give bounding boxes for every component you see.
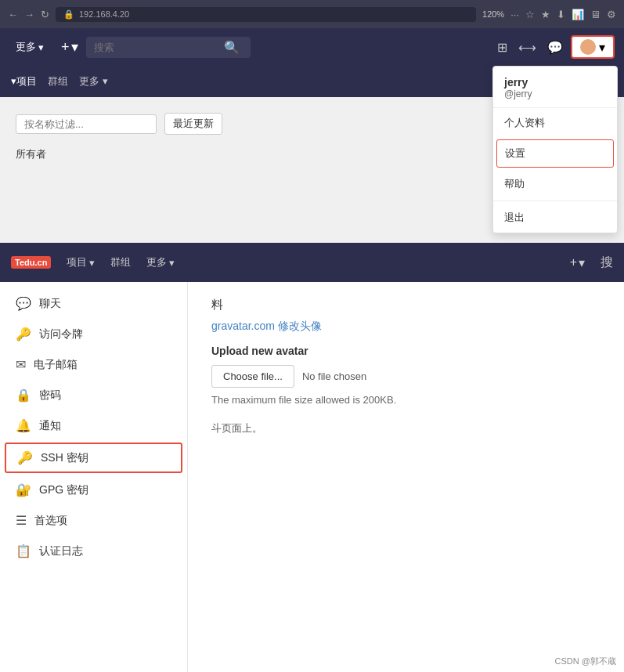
recent-update-button[interactable]: 最近更新: [164, 113, 222, 135]
gitea-plus-button[interactable]: + ▾: [570, 255, 585, 270]
settings-menu-item[interactable]: 设置: [496, 139, 614, 168]
gravatar-link[interactable]: gravatar.com 修改头像: [211, 320, 322, 332]
merge-icon[interactable]: ⟷: [518, 40, 536, 55]
back-icon[interactable]: ←: [8, 9, 18, 20]
download-icon[interactable]: ⬇: [557, 9, 565, 20]
address-bar[interactable]: 🔒 192.168.4.20: [56, 7, 476, 22]
no-file-label: No file chosen: [302, 370, 366, 382]
gap-groups-nav[interactable]: 群组: [48, 74, 68, 89]
sidebar-item-auth-log[interactable]: 📋 认证日志: [0, 536, 187, 566]
auth-log-icon: 📋: [16, 544, 31, 558]
more-chevron-gitea: ▾: [169, 257, 175, 269]
browser-chrome: ← → ↻ 🔒 192.168.4.20 120% ··· ☆ ★ ⬇ 📊 🖥 …: [0, 0, 624, 28]
sidebar-item-preferences[interactable]: ☰ 首选项: [0, 505, 187, 536]
sidebar-item-access-token[interactable]: 🔑 访问令牌: [0, 319, 187, 349]
projects-chevron: ▾: [89, 257, 95, 269]
plus-chevron: ▾: [71, 38, 78, 56]
forward-icon[interactable]: →: [24, 9, 34, 20]
logout-menu-item[interactable]: 退出: [493, 203, 617, 233]
watermark: CSDN @郭不蔵: [555, 656, 616, 667]
search-box[interactable]: 🔍: [86, 37, 251, 58]
file-input-area: Choose file... No file chosen: [211, 365, 601, 388]
profile-menu-item[interactable]: 个人资料: [493, 108, 617, 138]
main-content: 料 gravatar.com 修改头像 Upload new avatar Ch…: [188, 282, 624, 672]
dropdown-handle: @jerry: [504, 89, 606, 99]
settings-icon[interactable]: ⚙: [607, 9, 616, 20]
grid-icon[interactable]: ⊞: [497, 40, 507, 55]
notification-icon: 🔔: [16, 418, 31, 433]
gitea-navbar: Tedu.cn 项目 ▾ 群组 更多 ▾ + ▾ 搜: [0, 243, 624, 282]
password-icon: 🔒: [16, 388, 31, 403]
sidebar-item-ssh-key[interactable]: 🔑 SSH 密钥: [5, 443, 182, 473]
help-menu-item[interactable]: 帮助: [493, 169, 617, 199]
dropdown-menu: jerry @jerry 个人资料 设置 帮助 退出: [492, 66, 618, 233]
analytics-icon[interactable]: 📊: [572, 9, 584, 20]
dropdown-chevron: ▾: [599, 40, 605, 55]
sidebar-item-notifications[interactable]: 🔔 通知: [0, 410, 187, 441]
menu-dots[interactable]: ···: [510, 9, 519, 20]
top-navbar: 更多 ▾ + ▾ 🔍 ⊞ ⟷ 💬 ▾ jerry @jerry 个人资料 设置 …: [0, 28, 624, 66]
chat-icon-sidebar: 💬: [16, 296, 31, 311]
star-icon[interactable]: ★: [541, 9, 550, 20]
avatar: [580, 39, 596, 55]
ssh-icon: 🔑: [17, 450, 33, 465]
more-button[interactable]: 更多 ▾: [9, 37, 50, 57]
preferences-icon: ☰: [16, 513, 27, 528]
file-size-hint: The maximum file size allowed is 200KB.: [211, 394, 601, 406]
filter-input[interactable]: [16, 114, 157, 134]
gitea-user-icon[interactable]: 搜: [601, 255, 613, 271]
gap-projects-nav[interactable]: ▾项目: [11, 74, 37, 89]
nav-groups[interactable]: 群组: [110, 255, 131, 269]
gap-more-nav[interactable]: 更多 ▾: [79, 74, 108, 89]
screen-icon[interactable]: 🖥: [590, 9, 601, 20]
token-icon: 🔑: [16, 327, 31, 341]
zoom-level: 120%: [482, 9, 504, 19]
gitea-content: 💬 聊天 🔑 访问令牌 ✉ 电子邮箱 🔒 密码 🔔 通知 🔑: [0, 282, 624, 672]
nav-projects[interactable]: 项目 ▾: [67, 255, 95, 269]
menu-divider: [493, 201, 617, 201]
sidebar-item-password[interactable]: 🔒 密码: [0, 380, 187, 410]
search-icon: 🔍: [224, 40, 240, 55]
sidebar-item-chat[interactable]: 💬 聊天: [0, 288, 187, 319]
nav-more[interactable]: 更多 ▾: [146, 255, 175, 269]
plus-button[interactable]: + ▾: [61, 38, 78, 56]
search-input[interactable]: [94, 42, 219, 53]
page-section-title: 料: [211, 298, 223, 311]
settings-sidebar: 💬 聊天 🔑 访问令牌 ✉ 电子邮箱 🔒 密码 🔔 通知 🔑: [0, 282, 188, 672]
nav-right-icons: ⊞ ⟷ 💬: [497, 40, 563, 55]
sidebar-item-email[interactable]: ✉ 电子邮箱: [0, 349, 187, 380]
more-chevron: ▾: [38, 42, 44, 53]
avatar-section: Upload new avatar Choose file... No file…: [211, 345, 601, 406]
choose-file-button[interactable]: Choose file...: [211, 365, 294, 388]
refresh-icon[interactable]: ↻: [41, 9, 49, 20]
dropdown-header: jerry @jerry: [493, 67, 617, 108]
page-header: 料: [211, 298, 601, 313]
dropdown-username: jerry: [504, 76, 606, 89]
sidebar-item-gpg-key[interactable]: 🔐 GPG 密钥: [0, 475, 187, 505]
gpg-icon: 🔐: [16, 482, 31, 497]
upload-title: Upload new avatar: [211, 345, 601, 357]
gitea-logo[interactable]: Tedu.cn: [11, 256, 51, 269]
bookmark-icon[interactable]: ☆: [525, 9, 535, 20]
gitea-window: Tedu.cn 项目 ▾ 群组 更多 ▾ + ▾ 搜 💬 聊天: [0, 243, 624, 672]
gravatar-section: gravatar.com 修改头像: [211, 319, 601, 334]
email-icon: ✉: [16, 357, 26, 372]
bottom-text: 斗页面上。: [211, 421, 601, 435]
chat-icon[interactable]: 💬: [547, 40, 563, 55]
logo-box: Tedu.cn: [11, 256, 51, 269]
user-dropdown-button[interactable]: ▾: [571, 35, 615, 59]
